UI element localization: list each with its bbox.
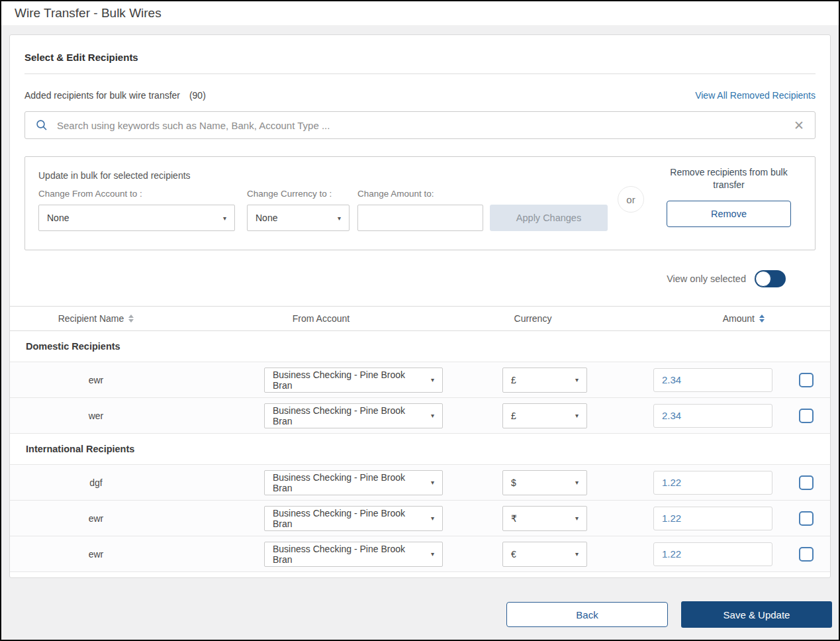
section-label: International Recipients (26, 444, 134, 454)
chevron-down-icon: ▾ (431, 412, 434, 419)
bulk-update-section: Update in bulk for selected recipients C… (24, 156, 816, 250)
sort-icon[interactable] (128, 315, 134, 322)
recipient-name: ewr (10, 549, 182, 560)
currency-value: € (511, 549, 516, 560)
from-account-value: Business Checking - Pine Brook Bran (273, 472, 426, 493)
currency-select[interactable]: $ ▾ (502, 470, 587, 495)
currency-value: £ (511, 411, 516, 421)
currency-value: £ (511, 375, 516, 385)
chevron-down-icon: ▾ (575, 550, 579, 558)
section-header-international: International Recipients (10, 434, 830, 465)
column-header-amount[interactable]: Amount (606, 313, 782, 324)
from-account-select[interactable]: Business Checking - Pine Brook Bran ▾ (264, 403, 443, 428)
view-only-selected-row: View only selected (24, 270, 816, 287)
recipient-search-box: ✕ (24, 111, 816, 139)
change-from-account-field: Change From Account to : None ▾ (38, 189, 235, 231)
currency-value: ₹ (511, 513, 517, 524)
section-header-domestic: Domestic Recipients (10, 331, 830, 362)
added-recipients-row: Added recipients for bulk wire transfer … (24, 90, 816, 101)
change-amount-input[interactable] (357, 205, 483, 231)
wire-transfer-bulk-wires-screen: Wire Transfer - Bulk Wires Select & Edit… (0, 0, 840, 641)
save-update-button[interactable]: Save & Update (681, 601, 832, 628)
amount-input[interactable] (653, 368, 772, 392)
recipient-name: dgf (10, 477, 182, 488)
apply-changes-button[interactable]: Apply Changes (490, 205, 608, 231)
page-title: Wire Transfer - Bulk Wires (15, 6, 162, 21)
from-account-select[interactable]: Business Checking - Pine Brook Bran ▾ (264, 470, 443, 495)
recipient-name: ewr (10, 375, 182, 385)
currency-header-label: Currency (514, 313, 552, 324)
table-row: ewr Business Checking - Pine Brook Bran … (10, 536, 830, 572)
column-header-currency: Currency (460, 313, 606, 324)
toggle-knob (755, 271, 771, 287)
currency-select[interactable]: £ ▾ (502, 368, 587, 393)
currency-value: $ (511, 477, 516, 488)
recipient-name-header-label: Recipient Name (58, 313, 124, 324)
added-recipients-label: Added recipients for bulk wire transfer (24, 90, 180, 101)
change-from-account-select[interactable]: None ▾ (38, 205, 235, 231)
change-from-account-value: None (47, 213, 69, 223)
from-account-value: Business Checking - Pine Brook Bran (273, 508, 426, 529)
amount-input[interactable] (653, 507, 772, 530)
remove-button[interactable]: Remove (667, 201, 791, 227)
footer-actions: Back Save & Update (9, 601, 832, 628)
chevron-down-icon: ▾ (431, 550, 434, 558)
from-account-select[interactable]: Business Checking - Pine Brook Bran ▾ (264, 506, 443, 531)
row-checkbox[interactable] (799, 373, 814, 387)
chevron-down-icon: ▾ (223, 215, 226, 222)
amount-input[interactable] (653, 404, 772, 428)
chevron-down-icon: ▾ (575, 376, 579, 383)
amount-input[interactable] (653, 542, 772, 566)
chevron-down-icon: ▾ (431, 479, 434, 486)
change-currency-field: Change Currency to : None ▾ (235, 189, 350, 231)
row-checkbox[interactable] (799, 511, 814, 526)
row-checkbox[interactable] (799, 547, 814, 562)
row-checkbox[interactable] (799, 409, 814, 423)
from-account-value: Business Checking - Pine Brook Bran (273, 370, 426, 391)
change-amount-field: Change Amount to: (350, 189, 483, 231)
panel-divider (24, 74, 816, 74)
chevron-down-icon: ▾ (575, 479, 579, 486)
from-account-value: Business Checking - Pine Brook Bran (273, 544, 426, 565)
page-title-bar: Wire Transfer - Bulk Wires (1, 1, 839, 25)
change-amount-label: Change Amount to: (357, 189, 483, 199)
clear-search-icon[interactable]: ✕ (794, 119, 804, 132)
table-row: dgf Business Checking - Pine Brook Bran … (10, 465, 830, 501)
remove-recipients-group: Remove recipients from bulk transfer Rem… (663, 166, 795, 227)
recipient-name: ewr (10, 513, 182, 524)
chevron-down-icon: ▾ (431, 376, 434, 383)
search-input[interactable] (57, 120, 784, 131)
amount-header-label: Amount (723, 313, 755, 324)
or-separator: or (618, 186, 644, 213)
change-from-account-label: Change From Account to : (38, 189, 235, 199)
from-account-value: Business Checking - Pine Brook Bran (273, 405, 426, 426)
change-currency-select[interactable]: None ▾ (247, 205, 350, 231)
chevron-down-icon: ▾ (575, 515, 579, 522)
chevron-down-icon: ▾ (338, 215, 341, 222)
sort-icon[interactable] (759, 315, 765, 322)
change-currency-value: None (256, 213, 277, 223)
view-only-selected-label: View only selected (667, 273, 746, 284)
change-currency-label: Change Currency to : (247, 189, 350, 199)
currency-select[interactable]: ₹ ▾ (502, 506, 587, 531)
back-button[interactable]: Back (506, 602, 668, 627)
column-header-from-account: From Account (182, 313, 460, 324)
from-account-select[interactable]: Business Checking - Pine Brook Bran ▾ (264, 368, 443, 393)
currency-select[interactable]: € ▾ (502, 542, 587, 567)
from-account-select[interactable]: Business Checking - Pine Brook Bran ▾ (264, 542, 443, 567)
remove-recipients-caption: Remove recipients from bulk transfer (663, 166, 795, 191)
added-recipients-count: (90) (189, 90, 206, 101)
row-checkbox[interactable] (799, 475, 814, 490)
column-header-recipient-name[interactable]: Recipient Name (10, 313, 182, 324)
select-edit-recipients-panel: Select & Edit Recipients Added recipient… (9, 34, 831, 578)
search-icon (36, 119, 48, 131)
section-label: Domestic Recipients (26, 341, 120, 352)
view-all-removed-recipients-link[interactable]: View All Removed Recipients (695, 90, 816, 101)
view-only-selected-toggle[interactable] (755, 270, 786, 287)
table-row: wer Business Checking - Pine Brook Bran … (10, 398, 830, 434)
amount-input[interactable] (653, 471, 772, 495)
recipient-name: wer (10, 411, 182, 421)
chevron-down-icon: ▾ (431, 515, 434, 522)
panel-title: Select & Edit Recipients (24, 52, 816, 63)
currency-select[interactable]: £ ▾ (502, 403, 587, 428)
